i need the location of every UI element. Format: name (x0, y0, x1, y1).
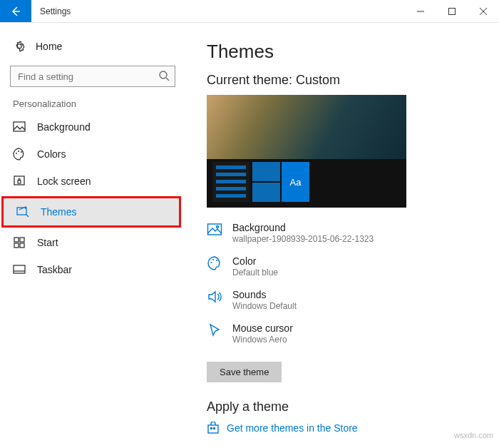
sidebar-item-taskbar[interactable]: Taskbar (0, 256, 185, 283)
main-panel: Themes Current theme: Custom Aa Backgrou… (185, 23, 499, 448)
highlight-box: Themes (1, 196, 181, 228)
close-icon (480, 8, 487, 15)
preview-tile-aa: Aa (282, 162, 309, 202)
sidebar-item-label: Colors (37, 148, 66, 160)
window-title: Settings (31, 0, 79, 22)
sidebar-item-label: Lock screen (37, 175, 91, 187)
svg-rect-16 (20, 243, 24, 248)
store-icon (207, 422, 220, 434)
theme-preview: Aa (207, 95, 406, 208)
setting-value: Windows Aero (232, 335, 293, 345)
sound-icon (207, 289, 222, 305)
svg-rect-26 (213, 427, 215, 429)
svg-point-21 (210, 262, 212, 263)
sidebar-section-label: Personalization (0, 98, 185, 113)
setting-label: Background (232, 222, 374, 233)
sidebar-item-lockscreen[interactable]: Lock screen (0, 168, 185, 195)
arrow-left-icon (10, 6, 21, 17)
palette-icon (207, 255, 222, 271)
minimize-icon (417, 8, 424, 15)
sidebar-item-label: Background (37, 121, 91, 133)
svg-rect-17 (14, 265, 25, 273)
svg-line-5 (166, 78, 169, 81)
close-button[interactable] (468, 0, 499, 22)
sidebar-item-label: Taskbar (37, 264, 72, 275)
svg-rect-14 (20, 238, 24, 242)
search-container (10, 66, 175, 87)
preview-tiles: Aa (252, 162, 309, 202)
save-theme-button[interactable]: Save theme (207, 362, 282, 382)
setting-color[interactable]: Color Default blue (207, 255, 478, 278)
svg-point-20 (217, 226, 219, 228)
sidebar: Home Personalization Background Colors L… (0, 23, 185, 448)
gear-icon (13, 40, 26, 53)
svg-point-4 (160, 71, 167, 78)
svg-rect-19 (208, 224, 222, 235)
start-icon (13, 236, 26, 249)
setting-value: wallpaper-1908939-2015-06-22-1323 (232, 234, 374, 244)
sidebar-home-label: Home (36, 41, 62, 52)
store-link[interactable]: Get more themes in the Store (207, 422, 478, 434)
lock-icon (13, 175, 26, 188)
setting-sounds[interactable]: Sounds Windows Default (207, 289, 478, 311)
maximize-button[interactable] (436, 0, 468, 22)
apply-theme-header: Apply a theme (207, 399, 478, 414)
setting-value: Default blue (232, 268, 278, 278)
setting-label: Color (232, 255, 278, 267)
picture-icon (13, 121, 26, 133)
search-icon (158, 70, 170, 81)
search-input[interactable] (10, 66, 175, 87)
maximize-icon (448, 8, 456, 15)
sidebar-item-themes[interactable]: Themes (4, 198, 179, 225)
setting-value: Windows Default (232, 301, 297, 311)
titlebar-spacer (79, 0, 405, 22)
themes-icon (16, 205, 29, 218)
minimize-button[interactable] (405, 0, 436, 22)
picture-icon (207, 222, 222, 238)
preview-start-menu (212, 162, 250, 202)
palette-icon (13, 148, 26, 161)
svg-rect-15 (14, 243, 19, 248)
setting-cursor[interactable]: Mouse cursor Windows Aero (207, 322, 478, 345)
page-title: Themes (207, 41, 478, 63)
svg-point-8 (18, 151, 19, 152)
store-link-label: Get more themes in the Store (227, 422, 358, 434)
svg-rect-6 (14, 122, 25, 131)
svg-rect-11 (18, 180, 21, 183)
sidebar-home[interactable]: Home (0, 34, 185, 58)
sidebar-item-background[interactable]: Background (0, 113, 185, 141)
watermark: wsxdn.com (454, 431, 493, 439)
svg-rect-1 (449, 8, 456, 14)
sidebar-item-label: Themes (41, 206, 77, 218)
setting-label: Sounds (232, 289, 297, 300)
titlebar: Settings (0, 0, 499, 23)
current-theme-label: Current theme: Custom (207, 73, 478, 88)
svg-point-23 (216, 260, 217, 261)
sidebar-item-label: Start (37, 237, 58, 248)
sidebar-item-colors[interactable]: Colors (0, 141, 185, 168)
back-button[interactable] (0, 0, 31, 22)
svg-point-7 (16, 153, 17, 154)
setting-label: Mouse cursor (232, 322, 293, 334)
svg-point-9 (21, 151, 22, 153)
svg-rect-25 (210, 427, 212, 429)
svg-point-22 (212, 259, 214, 260)
setting-background[interactable]: Background wallpaper-1908939-2015-06-22-… (207, 222, 478, 244)
svg-rect-13 (14, 238, 19, 242)
sidebar-item-start[interactable]: Start (0, 229, 185, 256)
taskbar-icon (13, 263, 26, 276)
cursor-icon (207, 322, 222, 338)
